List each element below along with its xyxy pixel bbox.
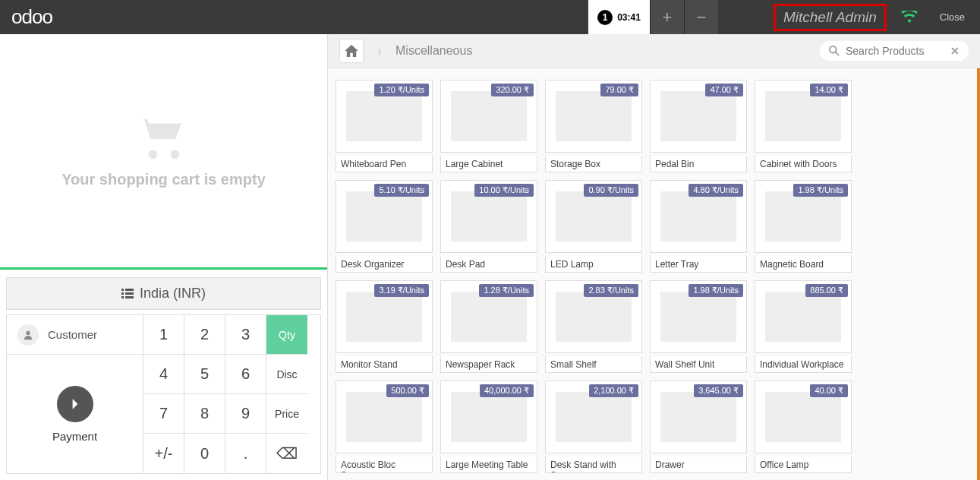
key-qty[interactable]: Qty xyxy=(266,315,307,355)
product-card[interactable]: 1.28 ₹/UnitsNewspaper Rack xyxy=(440,280,537,373)
product-card[interactable]: 0.90 ₹/UnitsLED Lamp xyxy=(545,180,642,273)
session-tab[interactable]: 1 03:41 + − xyxy=(588,0,718,34)
customer-button[interactable]: Customer xyxy=(7,315,143,355)
key-dot[interactable]: . xyxy=(225,434,266,473)
home-button[interactable] xyxy=(339,39,364,63)
product-name: LED Lamp xyxy=(545,256,642,273)
product-card[interactable]: 14.00 ₹Cabinet with Doors xyxy=(755,80,852,172)
product-card[interactable]: 79.00 ₹Storage Box xyxy=(545,80,642,172)
svg-rect-0 xyxy=(121,289,124,291)
product-grid: 1.20 ₹/UnitsWhiteboard Pen320.00 ₹Large … xyxy=(328,68,980,480)
svg-rect-4 xyxy=(121,296,124,298)
scrollbar[interactable] xyxy=(977,68,980,480)
price-tag: 1.28 ₹/Units xyxy=(479,284,534,297)
price-tag: 47.00 ₹ xyxy=(705,84,743,96)
search-box[interactable]: ✕ xyxy=(820,41,969,61)
product-image: 14.00 ₹ xyxy=(755,80,852,153)
key-7[interactable]: 7 xyxy=(143,394,184,434)
key-8[interactable]: 8 xyxy=(184,394,225,434)
product-card[interactable]: 1.20 ₹/UnitsWhiteboard Pen xyxy=(336,80,433,172)
product-card[interactable]: 3.19 ₹/UnitsMonitor Stand xyxy=(336,280,433,373)
price-tag: 1.20 ₹/Units xyxy=(374,84,429,96)
product-name: Magnetic Board xyxy=(755,256,852,273)
key-price[interactable]: Price xyxy=(266,394,307,434)
logo[interactable]: odoo xyxy=(0,5,76,29)
clear-search-icon[interactable]: ✕ xyxy=(950,45,960,57)
key-4[interactable]: 4 xyxy=(143,355,184,394)
product-card[interactable]: 4.80 ₹/UnitsLetter Tray xyxy=(650,180,747,273)
product-card[interactable]: 5.10 ₹/UnitsDesk Organizer xyxy=(336,180,433,273)
product-name: Drawer xyxy=(650,456,747,473)
key-backspace[interactable]: ⌫ xyxy=(266,434,307,473)
price-tag: 885.00 ₹ xyxy=(805,284,848,297)
tab-time: 03:41 xyxy=(617,12,641,23)
key-disc[interactable]: Disc xyxy=(266,355,307,394)
breadcrumb-category[interactable]: Miscellaneous xyxy=(395,44,472,58)
product-name: Desk Stand with Screen xyxy=(545,456,642,473)
currency-selector[interactable]: India (INR) xyxy=(6,277,321,310)
svg-point-7 xyxy=(830,46,837,53)
product-image: 10.00 ₹/Units xyxy=(440,180,537,253)
product-image: 1.28 ₹/Units xyxy=(440,280,537,353)
product-image: 885.00 ₹ xyxy=(755,280,852,353)
price-tag: 40,000.00 ₹ xyxy=(480,384,534,397)
product-name: Desk Pad xyxy=(440,256,537,273)
product-card[interactable]: 40,000.00 ₹Large Meeting Table xyxy=(440,381,537,473)
product-card[interactable]: 320.00 ₹Large Cabinet xyxy=(440,80,537,172)
product-card[interactable]: 885.00 ₹Individual Workplace xyxy=(755,280,852,373)
payment-button[interactable]: Payment xyxy=(7,355,143,473)
cart-panel: Your shopping cart is empty India (INR) … xyxy=(0,34,328,480)
key-0[interactable]: 0 xyxy=(184,434,225,473)
product-image: 1.20 ₹/Units xyxy=(336,80,433,153)
search-icon xyxy=(829,46,840,56)
product-image: 40.00 ₹ xyxy=(755,381,852,453)
chevron-right-icon xyxy=(57,386,93,422)
svg-rect-5 xyxy=(125,296,134,298)
product-name: Newspaper Rack xyxy=(440,356,537,373)
product-image: 3.19 ₹/Units xyxy=(336,280,433,353)
close-button[interactable]: Close xyxy=(925,0,980,34)
product-panel: › Miscellaneous ✕ 1.20 ₹/UnitsWhiteboard… xyxy=(328,34,980,480)
price-tag: 500.00 ₹ xyxy=(386,384,429,397)
product-card[interactable]: 500.00 ₹Acoustic Bloc Screens xyxy=(336,381,433,473)
key-6[interactable]: 6 xyxy=(225,355,266,394)
product-image: 4.80 ₹/Units xyxy=(650,180,747,253)
svg-rect-3 xyxy=(125,292,134,295)
search-input[interactable] xyxy=(846,45,944,57)
remove-tab-button[interactable]: − xyxy=(684,0,718,34)
product-card[interactable]: 2.83 ₹/UnitsSmall Shelf xyxy=(545,280,642,373)
product-card[interactable]: 10.00 ₹/UnitsDesk Pad xyxy=(440,180,537,273)
numpad: 1 2 3 Qty 4 5 6 Disc 7 8 9 Price +/- 0 .… xyxy=(143,315,320,473)
product-name: Pedal Bin xyxy=(650,156,747,172)
key-9[interactable]: 9 xyxy=(225,394,266,434)
product-card[interactable]: 1.98 ₹/UnitsWall Shelf Unit xyxy=(650,280,747,373)
user-icon xyxy=(17,324,39,346)
breadcrumb-arrow-icon: › xyxy=(377,43,382,59)
price-tag: 3,645.00 ₹ xyxy=(694,384,743,397)
key-1[interactable]: 1 xyxy=(143,315,184,355)
add-tab-button[interactable]: + xyxy=(650,0,684,34)
key-3[interactable]: 3 xyxy=(225,315,266,355)
product-card[interactable]: 47.00 ₹Pedal Bin xyxy=(650,80,747,172)
key-5[interactable]: 5 xyxy=(184,355,225,394)
price-tag: 4.80 ₹/Units xyxy=(689,184,743,197)
tab-number-badge: 1 xyxy=(597,10,613,25)
user-menu[interactable]: Mitchell Admin xyxy=(774,4,887,31)
price-tag: 1.98 ₹/Units xyxy=(689,284,743,297)
topbar: odoo 1 03:41 + − Mitchell Admin Close xyxy=(0,0,980,34)
product-card[interactable]: 40.00 ₹Office Lamp xyxy=(755,381,852,473)
product-card[interactable]: 1.98 ₹/UnitsMagnetic Board xyxy=(755,180,852,273)
product-name: Acoustic Bloc Screens xyxy=(336,456,433,473)
product-name: Individual Workplace xyxy=(755,356,852,373)
key-2[interactable]: 2 xyxy=(184,315,225,355)
product-card[interactable]: 3,645.00 ₹Drawer xyxy=(650,381,747,473)
product-name: Large Meeting Table xyxy=(440,456,537,473)
product-name: Large Cabinet xyxy=(440,156,537,172)
product-card[interactable]: 2,100.00 ₹Desk Stand with Screen xyxy=(545,381,642,473)
product-name: Whiteboard Pen xyxy=(336,156,433,172)
product-name: Desk Organizer xyxy=(336,256,433,273)
divider xyxy=(0,267,327,270)
product-name: Office Lamp xyxy=(755,456,852,473)
product-name: Letter Tray xyxy=(650,256,747,273)
key-plusminus[interactable]: +/- xyxy=(143,434,184,473)
